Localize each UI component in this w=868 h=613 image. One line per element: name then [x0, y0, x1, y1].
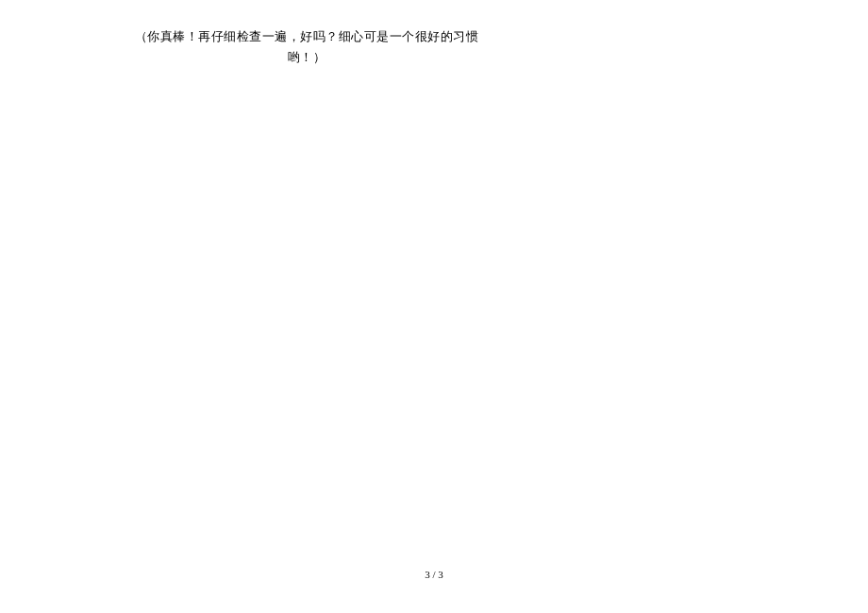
body-line-1: （你真棒！再仔细检查一遍，好吗？细心可是一个很好的习惯: [135, 29, 479, 43]
document-body-text: （你真棒！再仔细检查一遍，好吗？细心可是一个很好的习惯 哟！）: [118, 26, 495, 68]
body-line-2: 哟！）: [288, 50, 326, 64]
page-number-footer: 3 / 3: [0, 569, 868, 580]
page-number-text: 3 / 3: [425, 569, 443, 580]
